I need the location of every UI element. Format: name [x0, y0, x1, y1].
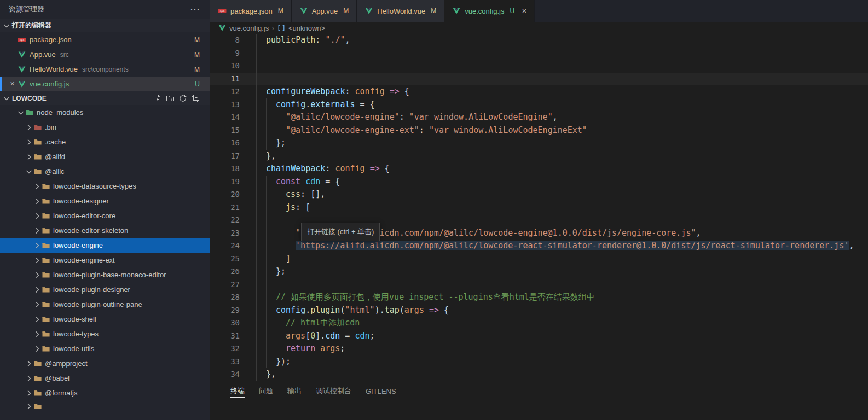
tree-item[interactable]: lowcode-utils [0, 341, 210, 356]
code-line[interactable]: 21js: [ [210, 201, 868, 214]
tree-item[interactable]: lowcode-plugin-base-monaco-editor [0, 267, 210, 282]
tree-item[interactable]: lowcode-editor-core [0, 208, 210, 223]
tree-item[interactable]: lowcode-editor-skeleton [0, 223, 210, 238]
tree-item[interactable]: @ampproject [0, 356, 210, 371]
editor-tabbar: npmpackage.jsonMApp.vueMHelloWorld.vueMv… [210, 0, 868, 22]
tree-item[interactable]: @alilc [0, 164, 210, 179]
tree-item[interactable]: lowcode-engine-ext [0, 253, 210, 267]
chevron-right-icon [33, 226, 42, 235]
project-section-header[interactable]: LOWCODE [0, 91, 210, 105]
code-line[interactable]: 17}, [210, 150, 868, 163]
tree-item[interactable]: lowcode-datasource-types [0, 179, 210, 194]
open-editor-item[interactable]: npmpackage.jsonM [0, 32, 210, 47]
tree-item[interactable]: .cache [0, 135, 210, 149]
code-token: : [345, 86, 355, 96]
code-content: }; [256, 265, 286, 278]
code-line[interactable]: 34}, [210, 368, 868, 381]
vue-icon [18, 50, 26, 59]
panel-tab[interactable]: GITLENS [358, 381, 403, 401]
new-folder-icon[interactable] [166, 94, 175, 103]
code-content: publicPath: "./", [256, 34, 350, 47]
open-editor-item[interactable]: App.vuesrcM [0, 47, 210, 62]
tree-item[interactable]: node_modules [0, 105, 210, 120]
code-token: : [ [296, 202, 310, 212]
chevron-down-icon [2, 21, 11, 30]
code-line[interactable]: 32return args; [210, 342, 868, 355]
code-line[interactable]: 20css: [], [210, 188, 868, 201]
refresh-icon[interactable] [178, 94, 187, 103]
code-line[interactable]: 18chainWebpack: config => { [210, 162, 868, 176]
code-line[interactable]: 30// html中添加cdn [210, 317, 868, 330]
code-line[interactable]: 11 [210, 73, 868, 86]
file-tree: node_modules.bin.cache@alifd@alilclowcod… [0, 105, 210, 420]
code-line[interactable]: 26}; [210, 265, 868, 278]
code-line[interactable]: 33}); [210, 355, 868, 369]
tree-item[interactable]: @alifd [0, 149, 210, 164]
panel-tab[interactable]: 调试控制台 [309, 381, 358, 401]
code-line[interactable]: 19const cdn = { [210, 176, 868, 189]
indent-guides [256, 214, 296, 227]
code-content: css: [], [256, 188, 325, 201]
code-line[interactable]: 12configureWebpack: config => { [210, 85, 868, 98]
tree-item[interactable]: lowcode-plugin-designer [0, 282, 210, 297]
tree-item[interactable]: lowcode-types [0, 326, 210, 341]
indent-guides [256, 162, 266, 176]
tree-item[interactable]: lowcode-engine [0, 238, 210, 253]
code-token: config [335, 164, 364, 173]
chevron-right-icon [25, 389, 33, 398]
file-name: package.json [30, 36, 72, 44]
code-token: args [404, 305, 424, 315]
tree-item[interactable]: lowcode-designer [0, 194, 210, 208]
line-number: 25 [210, 253, 248, 266]
panel-tabs: 终端问题输出调试控制台GITLENS [210, 381, 868, 401]
code-line[interactable]: 13config.externals = { [210, 98, 868, 112]
chevron-right-icon [33, 345, 42, 353]
code-line[interactable]: 10 [210, 60, 868, 73]
indent-guides [256, 60, 266, 73]
new-file-icon[interactable] [153, 94, 162, 103]
open-editors-section-header[interactable]: 打开的编辑器 [0, 19, 210, 32]
code-line[interactable]: 31args[0].cdn = cdn; [210, 330, 868, 343]
editor-tab[interactable]: npmpackage.jsonM [210, 0, 292, 22]
code-line[interactable]: 14"@alilc/lowcode-engine": "var window.A… [210, 111, 868, 124]
panel-tab[interactable]: 终端 [223, 381, 252, 401]
code-line[interactable]: 29config.plugin("html").tap(args => { [210, 304, 868, 317]
tree-item[interactable]: lowcode-shell [0, 312, 210, 326]
code-line[interactable]: 15"@alilc/lowcode-engine-ext": "var wind… [210, 124, 868, 137]
line-number: 13 [210, 98, 248, 112]
close-icon[interactable]: ✕ [7, 80, 18, 88]
indent-guides [256, 291, 276, 304]
code-line[interactable]: 25] [210, 253, 868, 266]
chevron-down-icon [2, 94, 11, 103]
code-line[interactable]: 9 [210, 47, 868, 60]
vue-icon [299, 7, 308, 15]
svg-text:npm: npm [20, 38, 25, 41]
tree-item[interactable]: .bin [0, 120, 210, 135]
breadcrumb-item[interactable]: vue.config.js [229, 24, 269, 32]
code-line[interactable]: 8publicPath: "./", [210, 34, 868, 47]
code-editor[interactable]: 8publicPath: "./",9101112configureWebpac… [210, 34, 868, 381]
code-line[interactable]: 28// 如果使用多页面打包，使用vue inspect --plugins查看… [210, 291, 868, 304]
code-line[interactable]: 16}; [210, 137, 868, 150]
editor-tab[interactable]: vue.config.jsU✕ [444, 0, 535, 22]
panel-tab[interactable]: 输出 [280, 381, 309, 401]
close-icon[interactable]: ✕ [522, 8, 526, 15]
collapse-all-icon[interactable] [191, 94, 200, 103]
editor-tab[interactable]: HelloWorld.vueM [357, 0, 444, 22]
tree-item[interactable]: @formatjs [0, 386, 210, 400]
tree-item[interactable]: @babel [0, 371, 210, 386]
code-line[interactable]: 24'https://alifd.alicdn.com/npm/@alilc/l… [210, 240, 868, 253]
url-link[interactable]: 'https://alifd.alicdn.com/npm/@alilc/low… [296, 241, 849, 250]
panel-tab[interactable]: 问题 [252, 381, 280, 401]
code-line[interactable]: 27 [210, 278, 868, 291]
tree-item[interactable] [0, 400, 210, 412]
code-content [256, 278, 276, 291]
tree-item-label: @ampproject [45, 359, 88, 368]
bottom-panel: 终端问题输出调试控制台GITLENS [210, 381, 868, 420]
breadcrumb-item[interactable]: <unknown> [288, 24, 325, 32]
editor-tab[interactable]: App.vueM [292, 0, 357, 22]
tree-item[interactable]: lowcode-plugin-outline-pane [0, 297, 210, 312]
open-editor-item[interactable]: HelloWorld.vuesrc\componentsM [0, 62, 210, 77]
open-editor-item[interactable]: ✕vue.config.jsU [0, 77, 210, 91]
more-actions-icon[interactable]: ⋯ [190, 7, 200, 12]
